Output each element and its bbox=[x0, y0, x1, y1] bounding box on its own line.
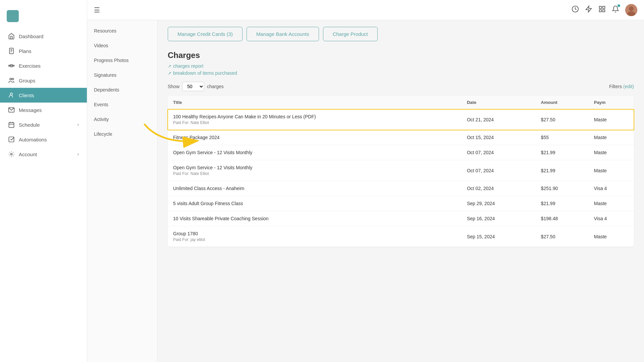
charges-report-link[interactable]: ↗ charges report bbox=[168, 63, 634, 69]
cell-amount: $27.50 bbox=[536, 109, 589, 130]
action-buttons-row: Manage Credit Cards (3) Manage Bank Acco… bbox=[168, 27, 634, 41]
cell-date: Oct 21, 2024 bbox=[462, 109, 536, 130]
cell-date: Oct 07, 2024 bbox=[462, 160, 536, 181]
cell-date: Sep 15, 2024 bbox=[462, 226, 536, 247]
cell-payment: Maste bbox=[589, 145, 634, 160]
sidebar-item-dashboard[interactable]: Dashboard bbox=[0, 29, 87, 44]
sub-sidebar-events[interactable]: Events bbox=[87, 97, 157, 112]
sidebar-nav: Dashboard Plans Exercises Groups Clients bbox=[0, 29, 87, 162]
sub-sidebar-activity[interactable]: Activity bbox=[87, 112, 157, 127]
sub-sidebar-resources[interactable]: Resources bbox=[87, 23, 157, 38]
show-label: Show bbox=[168, 84, 179, 89]
cell-title: Fitness Package 2024 bbox=[168, 130, 462, 145]
cell-amount: $21.99 bbox=[536, 160, 589, 181]
cell-title: 5 visits Adult Group Fitness Class bbox=[168, 196, 462, 211]
sidebar-item-clients[interactable]: Clients bbox=[0, 88, 87, 103]
filters-edit-link[interactable]: (edit) bbox=[623, 84, 634, 89]
charges-links: ↗ charges report ↗ breakdown of items pu… bbox=[168, 63, 634, 76]
sub-sidebar-progress-photos[interactable]: Progress Photos bbox=[87, 53, 157, 68]
table-row[interactable]: Open Gym Service - 12 Visits MonthlyPaid… bbox=[168, 160, 634, 181]
external-link-icon: ↗ bbox=[168, 64, 171, 69]
sub-sidebar: Resources Videos Progress Photos Signatu… bbox=[87, 20, 158, 362]
sidebar-item-schedule[interactable]: Schedule › bbox=[0, 117, 87, 132]
breakdown-link[interactable]: ↗ breakdown of items purchased bbox=[168, 70, 634, 76]
grid-icon[interactable] bbox=[598, 5, 606, 14]
hamburger-icon[interactable]: ☰ bbox=[94, 6, 100, 14]
table-row[interactable]: 100 Healthy Recipes Anyone Can Make in 2… bbox=[168, 109, 634, 130]
cell-date: Sep 16, 2024 bbox=[462, 211, 536, 226]
notification-badge bbox=[618, 4, 620, 7]
svg-rect-4 bbox=[9, 65, 10, 66]
sidebar-item-label: Account bbox=[19, 152, 37, 157]
cell-date: Oct 02, 2024 bbox=[462, 181, 536, 196]
table-row[interactable]: Open Gym Service - 12 Visits MonthlyOct … bbox=[168, 145, 634, 160]
sub-sidebar-lifecycle[interactable]: Lifecycle bbox=[87, 127, 157, 141]
top-header: ☰ bbox=[87, 0, 644, 20]
cell-title: Group 1780Paid For: jay elliot bbox=[168, 226, 462, 247]
sidebar-item-groups[interactable]: Groups bbox=[0, 73, 87, 88]
charges-title: Charges bbox=[168, 51, 634, 60]
user-avatar[interactable] bbox=[625, 4, 637, 16]
sidebar-item-label: Dashboard bbox=[19, 34, 43, 39]
clients-icon bbox=[8, 92, 15, 99]
svg-point-17 bbox=[11, 154, 12, 155]
chevron-right-icon: › bbox=[77, 152, 79, 157]
sub-sidebar-signatures[interactable]: Signatures bbox=[87, 68, 157, 82]
manage-bank-accounts-button[interactable]: Manage Bank Accounts bbox=[247, 27, 319, 41]
cell-payment: Maste bbox=[589, 160, 634, 181]
exercises-icon bbox=[8, 62, 15, 69]
table-header-row: Title Date Amount Paym bbox=[168, 96, 634, 109]
show-count-select[interactable]: 50 10 25 100 bbox=[182, 82, 204, 91]
cell-amount: $55 bbox=[536, 130, 589, 145]
table-row[interactable]: 10 Visits Shareable Private Coaching Ses… bbox=[168, 211, 634, 226]
home-icon bbox=[8, 33, 15, 40]
cell-date: Oct 15, 2024 bbox=[462, 130, 536, 145]
bell-icon[interactable] bbox=[612, 5, 619, 14]
charges-table: Title Date Amount Paym 100 Healthy Recip… bbox=[168, 96, 634, 247]
cell-title: 100 Healthy Recipes Anyone Can Make in 2… bbox=[168, 109, 462, 130]
cell-amount: $21.99 bbox=[536, 196, 589, 211]
table-row[interactable]: 5 visits Adult Group Fitness ClassSep 29… bbox=[168, 196, 634, 211]
sidebar-item-label: Schedule bbox=[19, 122, 40, 128]
lightning-icon[interactable] bbox=[585, 5, 592, 14]
sub-sidebar-dependents[interactable]: Dependents bbox=[87, 82, 157, 97]
show-row-left: Show 50 10 25 100 charges bbox=[168, 82, 224, 91]
header-right bbox=[572, 4, 637, 16]
cell-amount: $198.48 bbox=[536, 211, 589, 226]
sidebar-item-plans[interactable]: Plans bbox=[0, 44, 87, 58]
sidebar-item-label: Exercises bbox=[19, 63, 41, 69]
manage-credit-cards-button[interactable]: Manage Credit Cards (3) bbox=[168, 27, 243, 41]
svg-point-9 bbox=[12, 78, 14, 80]
clock-icon[interactable] bbox=[572, 5, 579, 14]
charge-product-button[interactable]: Charge Product bbox=[323, 27, 378, 41]
cell-payment: Maste bbox=[589, 109, 634, 130]
cell-amount: $21.99 bbox=[536, 145, 589, 160]
messages-icon bbox=[8, 107, 15, 113]
cell-payment: Visa 4 bbox=[589, 181, 634, 196]
table-row[interactable]: Group 1780Paid For: jay elliotSep 15, 20… bbox=[168, 226, 634, 247]
header-left: ☰ bbox=[94, 6, 100, 14]
filters-label: Filters bbox=[609, 84, 622, 89]
cell-amount: $27.50 bbox=[536, 226, 589, 247]
svg-rect-21 bbox=[603, 6, 605, 8]
svg-rect-12 bbox=[9, 122, 14, 127]
account-icon bbox=[8, 151, 15, 158]
svg-rect-22 bbox=[599, 10, 601, 12]
automations-icon bbox=[8, 136, 15, 143]
col-title: Title bbox=[168, 96, 462, 109]
cell-date: Oct 07, 2024 bbox=[462, 145, 536, 160]
svg-point-25 bbox=[629, 6, 634, 11]
sidebar-item-account[interactable]: Account › bbox=[0, 147, 87, 162]
table-row[interactable]: Fitness Package 2024Oct 15, 2024$55Maste bbox=[168, 130, 634, 145]
cell-title: Unlimited Class Access - Anaheim bbox=[168, 181, 462, 196]
chevron-right-icon: › bbox=[77, 122, 79, 127]
sidebar-item-automations[interactable]: Automations bbox=[0, 132, 87, 147]
sub-sidebar-videos[interactable]: Videos bbox=[87, 38, 157, 53]
sidebar-item-messages[interactable]: Messages bbox=[0, 103, 87, 117]
sidebar-logo bbox=[0, 7, 87, 29]
sidebar-item-exercises[interactable]: Exercises bbox=[0, 58, 87, 73]
table-row[interactable]: Unlimited Class Access - AnaheimOct 02, … bbox=[168, 181, 634, 196]
sidebar-item-label: Clients bbox=[19, 93, 34, 98]
cell-title: Open Gym Service - 12 Visits MonthlyPaid… bbox=[168, 160, 462, 181]
sidebar-item-label: Messages bbox=[19, 107, 42, 113]
